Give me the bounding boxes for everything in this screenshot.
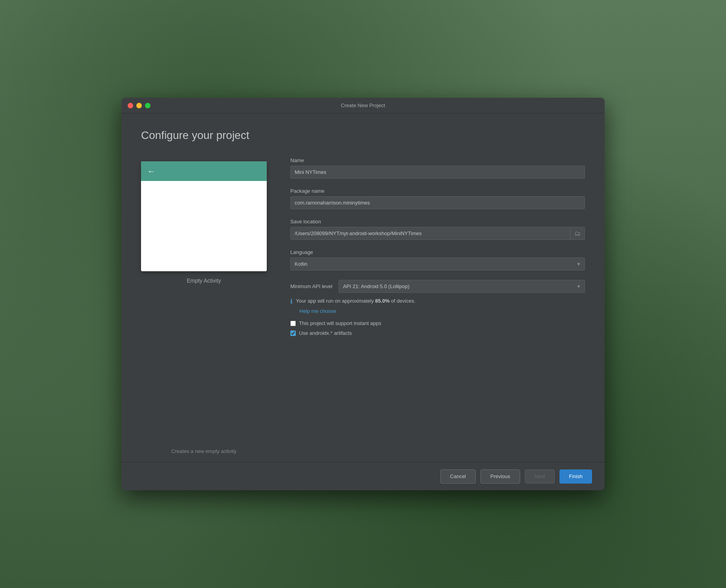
browse-folder-button[interactable]: 🗂 — [570, 228, 585, 239]
location-input[interactable] — [291, 227, 570, 239]
package-input[interactable] — [290, 196, 585, 209]
window-title: Create New Project — [341, 102, 385, 108]
cancel-button[interactable]: Cancel — [440, 469, 476, 484]
androidx-row: Use androidx.* artifacts — [290, 330, 585, 336]
right-panel: Name Package name Save location 🗂 — [290, 157, 585, 462]
androidx-checkbox[interactable] — [290, 331, 296, 336]
instant-apps-row: This project will support instant apps — [290, 320, 585, 326]
api-row: Minimum API level API 21: Android 5.0 (L… — [290, 280, 585, 293]
location-input-wrapper: 🗂 — [290, 227, 585, 240]
footer: Cancel Previous Next Finish — [121, 462, 605, 490]
info-row: ℹ Your app will run on approximately 85.… — [290, 298, 585, 305]
content-area: ← Empty Activity Creates a new empty act… — [141, 157, 585, 462]
location-label: Save location — [290, 219, 585, 225]
language-group: Language Kotlin Java ▼ — [290, 249, 585, 270]
finish-button[interactable]: Finish — [559, 469, 592, 484]
page-title: Configure your project — [141, 129, 585, 142]
main-content: Configure your project ← Empty Activity … — [121, 113, 605, 462]
activity-description: Creates a new empty activity — [171, 299, 236, 462]
maximize-button[interactable] — [145, 103, 150, 108]
language-label: Language — [290, 249, 585, 255]
close-button[interactable] — [128, 103, 133, 108]
api-label: Minimum API level — [290, 283, 332, 289]
phone-toolbar: ← — [141, 161, 267, 181]
name-input[interactable] — [290, 166, 585, 179]
language-select[interactable]: Kotlin Java — [290, 257, 585, 270]
api-select[interactable]: API 21: Android 5.0 (Lollipop) API 22: A… — [339, 280, 585, 293]
package-group: Package name — [290, 188, 585, 209]
help-me-choose-link[interactable]: Help me choose — [299, 308, 585, 314]
back-arrow-icon: ← — [147, 167, 155, 176]
api-select-wrapper: API 21: Android 5.0 (Lollipop) API 22: A… — [339, 280, 585, 293]
phone-preview: ← — [141, 161, 267, 271]
title-bar: Create New Project — [121, 98, 605, 113]
language-select-wrapper: Kotlin Java ▼ — [290, 257, 585, 270]
previous-button[interactable]: Previous — [480, 469, 520, 484]
location-group: Save location 🗂 — [290, 219, 585, 240]
instant-apps-label: This project will support instant apps — [299, 320, 381, 326]
traffic-lights — [128, 103, 150, 108]
name-label: Name — [290, 157, 585, 163]
instant-apps-checkbox[interactable] — [290, 321, 296, 326]
androidx-label: Use androidx.* artifacts — [299, 330, 352, 336]
next-button[interactable]: Next — [525, 469, 555, 484]
phone-body — [141, 181, 267, 271]
activity-label: Empty Activity — [187, 278, 221, 284]
info-text: Your app will run on approximately 85.0%… — [296, 298, 416, 305]
name-group: Name — [290, 157, 585, 179]
info-percent: 85.0% — [375, 298, 390, 304]
main-window: Create New Project Configure your projec… — [121, 98, 605, 490]
info-icon: ℹ — [290, 298, 293, 305]
left-panel: ← Empty Activity Creates a new empty act… — [141, 157, 267, 462]
minimize-button[interactable] — [136, 103, 142, 108]
package-label: Package name — [290, 188, 585, 194]
